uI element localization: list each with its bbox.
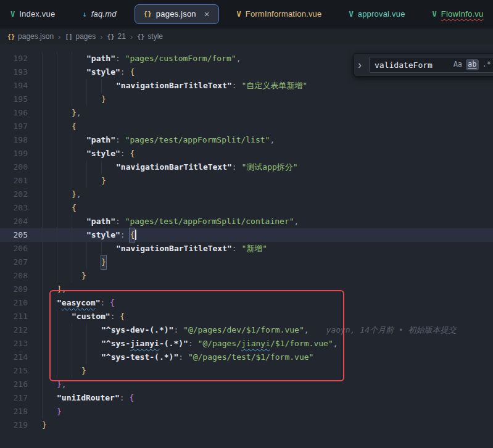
code-editor[interactable]: 192"path": "pages/customForm/form",193"s… — [0, 44, 493, 448]
breadcrumb-separator: › — [58, 32, 60, 41]
code-text: } — [42, 93, 493, 106]
code-line-210[interactable]: 210"easycom": { — [0, 296, 493, 310]
token: "pages/test/appFormSplit/list" — [125, 133, 270, 147]
token: } — [101, 93, 106, 106]
code-line-211[interactable]: 211"custom": { — [0, 310, 493, 323]
code-text: } — [42, 418, 493, 432]
code-line-196[interactable]: 196}, — [0, 106, 493, 120]
code-text: { — [42, 120, 493, 133]
line-number[interactable]: 203 — [0, 201, 42, 215]
code-line-198[interactable]: 198"path": "pages/test/appFormSplit/list… — [0, 133, 493, 147]
line-number[interactable]: 198 — [0, 133, 42, 147]
token: "style" — [86, 65, 120, 79]
find-input[interactable]: validateForm Aa ab .* — [369, 57, 493, 73]
code-line-206[interactable]: 206"navigationBarTitleText": "新增" — [0, 242, 493, 255]
breadcrumb-item-pages[interactable]: []pages — [65, 32, 96, 41]
indent-guides — [42, 215, 86, 228]
tab-index-vue[interactable]: VIndex.vue — [1, 4, 64, 24]
tab-faq-md[interactable]: ↓faq.md — [73, 4, 125, 24]
code-line-216[interactable]: 216}, — [0, 378, 493, 391]
line-number[interactable]: 204 — [0, 215, 42, 228]
code-line-204[interactable]: 204"path": "pages/test/appFormSplit/cont… — [0, 215, 493, 228]
code-line-207[interactable]: 207} — [0, 255, 493, 269]
line-number[interactable]: 212 — [0, 323, 42, 337]
breadcrumb-item-21[interactable]: {}21 — [107, 32, 126, 41]
line-number[interactable]: 206 — [0, 242, 42, 255]
code-line-209[interactable]: 209], — [0, 283, 493, 296]
line-number[interactable]: 209 — [0, 283, 42, 296]
token: "style" — [86, 228, 120, 242]
code-line-219[interactable]: 219} — [0, 418, 493, 432]
line-number[interactable]: 211 — [0, 310, 42, 323]
token: : — [188, 337, 198, 351]
breadcrumb-label: 21 — [118, 32, 126, 41]
line-number[interactable]: 210 — [0, 296, 42, 310]
line-number[interactable]: 216 — [0, 378, 42, 391]
line-number[interactable]: 201 — [0, 174, 42, 188]
vue-icon: V — [237, 10, 241, 19]
line-number[interactable]: 199 — [0, 147, 42, 160]
breadcrumb-item-style[interactable]: {}style — [137, 32, 163, 41]
line-number[interactable]: 218 — [0, 405, 42, 418]
line-number[interactable]: 194 — [0, 79, 42, 93]
code-line-203[interactable]: 203{ — [0, 201, 493, 215]
code-line-197[interactable]: 197{ — [0, 120, 493, 133]
whole-word-icon[interactable]: ab — [466, 59, 478, 70]
code-text: "path": "pages/test/appFormSplit/contain… — [42, 215, 493, 228]
code-line-195[interactable]: 195} — [0, 93, 493, 106]
close-tab-icon[interactable]: × — [204, 9, 210, 19]
code-text: } — [42, 255, 493, 269]
token: "@/pages/ — [198, 337, 241, 351]
indent-guides — [42, 65, 86, 79]
tab-forminformation-vue[interactable]: VFormInformation.vue — [228, 4, 331, 24]
code-line-205[interactable]: 205"style": { — [0, 228, 493, 242]
token: "style" — [86, 147, 120, 160]
line-number[interactable]: 205 — [0, 228, 42, 242]
line-number[interactable]: 215 — [0, 364, 42, 378]
token: } — [72, 188, 77, 201]
line-number[interactable]: 200 — [0, 160, 42, 174]
code-line-201[interactable]: 201} — [0, 174, 493, 188]
code-line-202[interactable]: 202}, — [0, 188, 493, 201]
code-line-217[interactable]: 217"uniIdRouter": { — [0, 391, 493, 405]
line-number[interactable]: 208 — [0, 269, 42, 283]
line-number[interactable]: 195 — [0, 93, 42, 106]
token: "^sys-test-(.*)" — [101, 351, 178, 364]
line-number[interactable]: 214 — [0, 351, 42, 364]
token: } — [81, 364, 86, 378]
regex-icon[interactable]: .* — [481, 59, 493, 70]
token: : — [120, 147, 130, 160]
tab-flowinfo-vu[interactable]: VFlowInfo.vu — [423, 4, 493, 24]
indent-guides — [42, 296, 57, 310]
token: : — [173, 323, 183, 337]
code-line-218[interactable]: 218} — [0, 405, 493, 418]
code-line-200[interactable]: 200"navigationBarTitleText": "测试app拆分" — [0, 160, 493, 174]
code-line-213[interactable]: 213"^sys-jianyi-(.*)": "@/pages/jianyi/$… — [0, 337, 493, 351]
code-line-214[interactable]: 214"^sys-test-(.*)": "@/pages/test/$1/fo… — [0, 351, 493, 364]
code-line-212[interactable]: 212"^sys-dev-(.*)": "@/pages/dev/$1/form… — [0, 323, 493, 337]
match-case-icon[interactable]: Aa — [452, 59, 464, 70]
line-number[interactable]: 219 — [0, 418, 42, 432]
token: , — [270, 133, 275, 147]
tab-approval-vue[interactable]: Vapproval.vue — [339, 4, 414, 24]
tab-pages-json[interactable]: {}pages.json× — [135, 4, 219, 24]
line-number[interactable]: 197 — [0, 120, 42, 133]
vscode-window: VIndex.vue↓faq.md{}pages.json×VFormInfor… — [0, 0, 493, 448]
code-line-194[interactable]: 194"navigationBarTitleText": "自定义表单新增" — [0, 79, 493, 93]
line-number[interactable]: 192 — [0, 52, 42, 65]
token: , — [304, 323, 309, 337]
line-number[interactable]: 217 — [0, 391, 42, 405]
line-number[interactable]: 213 — [0, 337, 42, 351]
line-number[interactable]: 196 — [0, 106, 42, 120]
code-line-208[interactable]: 208} — [0, 269, 493, 283]
code-text: "navigationBarTitleText": "自定义表单新增" — [42, 79, 493, 93]
find-expand-chevron-icon[interactable]: › — [358, 59, 365, 70]
token: , — [77, 188, 81, 201]
line-number[interactable]: 193 — [0, 65, 42, 79]
code-line-199[interactable]: 199"style": { — [0, 147, 493, 160]
line-number[interactable]: 207 — [0, 255, 42, 269]
line-number[interactable]: 202 — [0, 188, 42, 201]
token: } — [101, 174, 106, 188]
breadcrumb-item-pages-json[interactable]: {}pages.json — [7, 32, 54, 41]
code-line-215[interactable]: 215} — [0, 364, 493, 378]
